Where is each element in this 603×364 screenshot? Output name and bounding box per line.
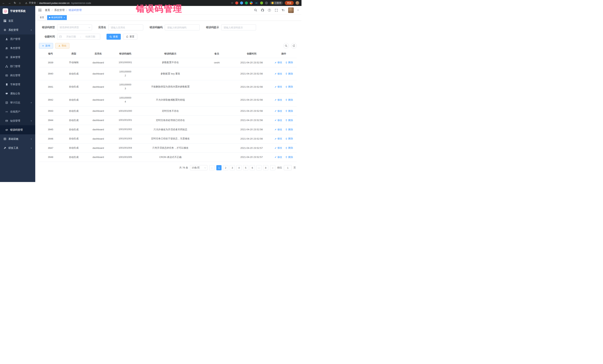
- breadcrumb: 首页 / 系统管理 / 错误码管理: [45, 9, 82, 12]
- sidebar-item-sms[interactable]: 短信管理 ∨: [0, 116, 35, 125]
- fullscreen-icon[interactable]: [275, 9, 278, 12]
- next-page-button[interactable]: ›: [270, 165, 275, 170]
- browser-back-icon[interactable]: ←: [2, 1, 5, 5]
- chevron-down-icon: ∨: [31, 138, 32, 140]
- extension-icon-red[interactable]: [235, 1, 238, 4]
- edit-link[interactable]: 修改: [275, 61, 282, 64]
- reset-button[interactable]: 重置: [123, 34, 137, 40]
- github-icon[interactable]: [261, 9, 264, 12]
- page-button[interactable]: ···: [256, 165, 262, 170]
- page-size-select[interactable]: 10条/页: [190, 165, 208, 170]
- delete-link[interactable]: 删除: [285, 61, 293, 64]
- font-size-icon[interactable]: TT: [282, 9, 284, 12]
- caret-down-icon[interactable]: ▾: [297, 9, 299, 11]
- edit-link[interactable]: 修改: [275, 85, 282, 88]
- extension-icon-puzzle[interactable]: [265, 1, 268, 4]
- browser-forward-icon[interactable]: →: [8, 1, 11, 5]
- edit-link[interactable]: 修改: [275, 72, 282, 76]
- browser-profile-avatar[interactable]: [296, 1, 299, 5]
- goto-page-input[interactable]: [284, 165, 292, 170]
- edit-link[interactable]: 修改: [275, 146, 282, 150]
- chevron-down-icon: ∨: [31, 101, 32, 104]
- sidebar-item-dev-tools[interactable]: 研发工具 ∨: [0, 143, 35, 153]
- edit-link[interactable]: 修改: [275, 109, 282, 113]
- edit-link[interactable]: 修改: [275, 119, 282, 122]
- col-remark: 备注: [201, 50, 232, 58]
- sidebar-item-users[interactable]: 用户管理: [0, 34, 35, 44]
- address-bar[interactable]: ⚠ 不安全 dashboard.yudao.iocoder.cn/system/…: [25, 1, 91, 5]
- delete-link[interactable]: 删除: [285, 98, 293, 101]
- extension-icon-leaf[interactable]: [260, 1, 263, 4]
- edit-link[interactable]: 修改: [275, 128, 282, 131]
- browser-reload-icon[interactable]: ↻: [14, 1, 16, 5]
- sidebar-item-departments[interactable]: 部门管理: [0, 62, 35, 71]
- show-search-toggle-button[interactable]: [283, 43, 289, 49]
- sidebar-item-home[interactable]: 首页: [0, 16, 35, 25]
- export-button[interactable]: 导出: [55, 43, 70, 49]
- delete-link[interactable]: 删除: [285, 146, 293, 150]
- sidebar-item-notices[interactable]: 通知公告: [0, 89, 35, 98]
- add-button-label: 新增: [45, 44, 50, 47]
- delete-link[interactable]: 删除: [285, 72, 293, 76]
- book-icon: [5, 83, 8, 86]
- breadcrumb-system[interactable]: 系统管理: [54, 9, 65, 12]
- sidebar-item-audit-log[interactable]: 审计日志 ∨: [0, 98, 35, 107]
- error-hint-input[interactable]: [221, 24, 256, 30]
- delete-link[interactable]: 删除: [285, 119, 293, 122]
- page-button[interactable]: 6: [250, 165, 255, 170]
- total-count: 共 76 条: [179, 166, 188, 169]
- sidebar-item-error-codes[interactable]: 错误码管理: [0, 125, 35, 134]
- sidebar-item-dictionary[interactable]: 字典管理: [0, 80, 35, 89]
- page-button[interactable]: 8: [263, 165, 268, 170]
- delete-link[interactable]: 删除: [285, 137, 293, 140]
- page-button[interactable]: 1: [216, 165, 221, 170]
- bookmark-star-icon[interactable]: ☆: [231, 1, 233, 5]
- extension-icon-on-badge[interactable]: on: [255, 1, 258, 4]
- app-logo-row[interactable]: 芋道管理系统: [0, 6, 35, 16]
- error-type-select[interactable]: 请选择错误码类型: [57, 24, 92, 30]
- search-button[interactable]: 搜索: [106, 34, 121, 40]
- cell-remark: [201, 134, 232, 143]
- close-icon[interactable]: ×: [64, 16, 65, 19]
- page-button[interactable]: 3: [230, 165, 235, 170]
- delete-link[interactable]: 删除: [285, 85, 293, 88]
- sidebar-item-online-users[interactable]: 在线用户: [0, 107, 35, 116]
- tab-error-codes[interactable]: 错误码管理 ×: [47, 15, 67, 20]
- extension-icon-blue[interactable]: [240, 1, 243, 4]
- edit-link[interactable]: 修改: [275, 98, 282, 101]
- sidebar-item-system[interactable]: 系统管理 ∧: [0, 25, 35, 34]
- menu-fold-icon[interactable]: [38, 9, 42, 11]
- refresh-table-button[interactable]: [291, 43, 297, 49]
- prev-page-button[interactable]: ‹: [209, 165, 214, 170]
- sidebar-item-roles[interactable]: 角色管理: [0, 44, 35, 53]
- help-icon[interactable]: ?: [268, 9, 271, 12]
- add-button[interactable]: 新增: [39, 43, 53, 49]
- trash-icon: [285, 86, 287, 88]
- page-button[interactable]: 2: [223, 165, 228, 170]
- delete-link[interactable]: 删除: [285, 128, 293, 131]
- filter-hint-label: 错误码提示: [206, 26, 219, 29]
- delete-link[interactable]: 删除: [285, 109, 293, 113]
- extension-icon-green-check[interactable]: [245, 1, 248, 4]
- breadcrumb-home[interactable]: 首页: [45, 9, 50, 12]
- extension-icon-grid[interactable]: [250, 1, 253, 4]
- error-code-input[interactable]: [165, 24, 200, 30]
- update-button[interactable]: 更新: [285, 1, 294, 5]
- edit-link-label: 修改: [277, 128, 282, 131]
- sidebar-item-label: 菜单管理: [10, 55, 20, 59]
- date-range-picker[interactable]: 开始日期 - 结束日期: [57, 34, 100, 40]
- paused-badge[interactable]: 已暂停: [270, 1, 283, 5]
- sidebar-item-infrastructure[interactable]: 基础设施 ∨: [0, 134, 35, 143]
- tab-home[interactable]: 首页: [38, 15, 46, 20]
- sidebar-item-menus[interactable]: 菜单管理: [0, 53, 35, 62]
- app-name-input[interactable]: [108, 24, 143, 30]
- search-icon[interactable]: [254, 9, 257, 12]
- page-button[interactable]: 5: [243, 165, 248, 170]
- browser-home-icon[interactable]: ⌂: [19, 1, 21, 5]
- delete-link[interactable]: 删除: [285, 155, 293, 159]
- edit-link[interactable]: 修改: [275, 137, 282, 140]
- user-avatar[interactable]: [288, 7, 294, 13]
- page-button[interactable]: 4: [236, 165, 242, 170]
- sidebar-item-posts[interactable]: 岗位管理: [0, 71, 35, 80]
- edit-link[interactable]: 修改: [275, 155, 282, 159]
